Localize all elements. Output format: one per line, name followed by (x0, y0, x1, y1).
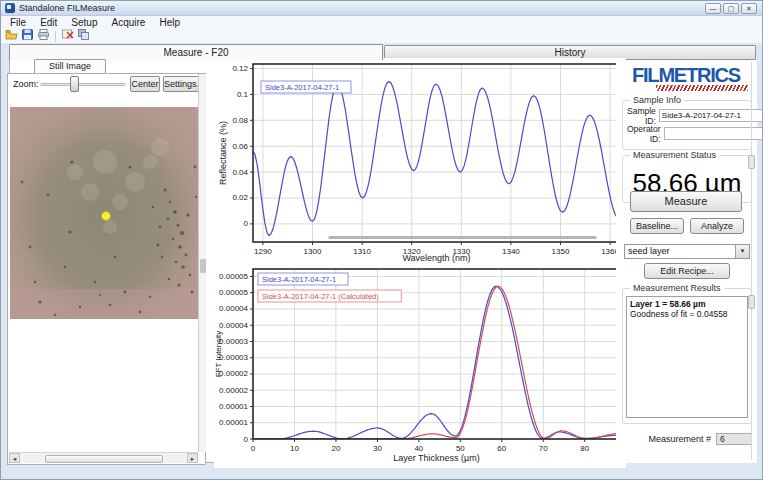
y-tick-label: 0.00004 (219, 321, 248, 330)
close-button[interactable]: ✕ (741, 3, 757, 14)
app-icon (5, 3, 15, 13)
x-tick-label: 1290 (254, 247, 272, 256)
sample-id-label: Sample ID: (627, 106, 659, 126)
menu-bar: FileEditSetupAcquireHelp (1, 16, 762, 29)
menu-item-help[interactable]: Help (152, 16, 187, 29)
splitter-grip-lower[interactable] (748, 295, 755, 309)
y-tick-label: 0.06 (232, 142, 248, 151)
x-tick-label: 1310 (353, 247, 371, 256)
reflectance-spectrum-chart: 1290130013101320133013401350136000.020.0… (214, 58, 626, 268)
measurement-number-row: Measurement # 6 (622, 432, 752, 446)
x-tick-label: 60 (497, 444, 506, 453)
scroll-right-arrow-icon[interactable]: ► (187, 453, 198, 463)
x-axis-label: Wavelength (nm) (402, 253, 470, 263)
y-tick-label: 0.00005 (219, 288, 248, 297)
open-icon[interactable] (5, 27, 18, 45)
fft-thickness-chart: 0102030405060708000.000010.000010.000020… (214, 264, 626, 468)
tab-still-image[interactable]: Still Image (34, 59, 106, 73)
y-tick-label: 0.00003 (219, 337, 248, 346)
zoom-slider-thumb[interactable] (70, 76, 79, 92)
recipe-selected-value: seed layer (625, 245, 735, 258)
scroll-left-arrow-icon[interactable]: ◄ (9, 453, 20, 463)
x-tick-label: 1300 (304, 247, 322, 256)
sample-info-title: Sample Info (630, 95, 684, 105)
x-tick-label: 0 (251, 444, 256, 453)
tab-strip: Measure - F20 History (1, 44, 762, 59)
y-tick-label: 0.12 (232, 64, 248, 73)
measurement-results-title: Measurement Results (630, 283, 724, 293)
still-image-panel: Zoom: Center Settings... ◄ ► (7, 73, 206, 465)
app-window: Standalone FILMeasure — ▢ ✕ FileEditSetu… (0, 0, 763, 480)
analyze-button[interactable]: Analyze (690, 218, 744, 234)
splitter-grip-upper[interactable] (748, 155, 755, 169)
x-tick-label: 50 (456, 444, 465, 453)
sample-id-input[interactable] (659, 109, 763, 122)
y-tick-label: 0 (244, 435, 249, 444)
x-tick-label: 20 (331, 444, 340, 453)
y-axis-label: FFT Intensity (214, 331, 223, 378)
chevron-down-icon[interactable]: ▼ (735, 245, 749, 258)
measurement-results-list[interactable]: Layer 1 = 58.66 µmGoodness of fit = 0.04… (626, 296, 748, 418)
recipe-dropdown[interactable]: seed layer ▼ (624, 244, 750, 259)
vertical-scrollbar-thumb[interactable] (200, 259, 206, 273)
minimize-button[interactable]: — (705, 3, 721, 14)
horizontal-scrollbar[interactable]: ◄ ► (9, 452, 198, 463)
operator-id-label: Operator ID: (627, 124, 664, 144)
legend-label: Side3-A-2017-04-27-1 (262, 275, 336, 284)
sample-info-group: Sample Info Sample ID: Operator ID: (622, 100, 752, 150)
menu-item-acquire[interactable]: Acquire (105, 16, 153, 29)
logo-red-hatch (656, 85, 748, 91)
y-tick-label: 0.04 (232, 168, 248, 177)
y-tick-label: 0.00002 (219, 386, 248, 395)
camera-still-image[interactable] (10, 107, 198, 319)
y-tick-label: 0.00003 (219, 353, 248, 362)
y-tick-label: 0.08 (232, 116, 248, 125)
x-axis-label: Layer Thickness (µm) (393, 453, 480, 463)
legend-label: Side3-A-2017-04-27-1 (265, 83, 339, 92)
measurement-results-group: Measurement Results Layer 1 = 58.66 µmGo… (622, 288, 752, 424)
vertical-scrollbar[interactable] (198, 74, 206, 452)
window-title: Standalone FILMeasure (19, 3, 115, 13)
x-tick-label: 80 (580, 444, 589, 453)
operator-id-input[interactable] (664, 127, 763, 140)
x-tick-label: 1340 (502, 247, 520, 256)
baseline-button[interactable]: Baseline... (630, 218, 684, 234)
y-tick-label: 0.00004 (219, 304, 248, 313)
copy-windows-icon[interactable] (77, 27, 90, 45)
print-icon[interactable] (37, 27, 50, 45)
edit-recipe-button[interactable]: Edit Recipe... (644, 263, 730, 279)
image-remove-icon[interactable] (61, 27, 74, 45)
toolbar (1, 29, 762, 44)
center-button[interactable]: Center (130, 76, 160, 92)
tab-measure-f20[interactable]: Measure - F20 (9, 44, 383, 60)
result-line: Layer 1 = 58.66 µm (630, 299, 744, 309)
filmetrics-logo: FILMETRICS (623, 64, 749, 87)
zoom-label: Zoom: (13, 79, 39, 89)
window-controls: — ▢ ✕ (705, 3, 757, 14)
x-tick-label: 70 (539, 444, 548, 453)
main-panel: Still Image Zoom: Center Settings... ◄ ►… (9, 59, 756, 463)
x-tick-label: 10 (290, 444, 299, 453)
measurement-status-title: Measurement Status (630, 150, 719, 160)
title-bar: Standalone FILMeasure (1, 1, 762, 16)
y-tick-label: 0.00005 (219, 272, 248, 281)
x-tick-label: 40 (414, 444, 423, 453)
measure-button[interactable]: Measure (630, 191, 742, 212)
tab-history[interactable]: History (384, 45, 756, 59)
legend-label: Side3-A-2017-04-27-1 (Calculated) (262, 292, 379, 301)
measurement-number-field[interactable]: 6 (716, 433, 752, 445)
toolbar-separator (55, 31, 56, 42)
maximize-button[interactable]: ▢ (723, 3, 739, 14)
y-tick-label: 0.1 (237, 90, 249, 99)
measurement-number-label: Measurement # (648, 434, 711, 444)
zoom-slider-track[interactable] (40, 83, 126, 86)
save-icon[interactable] (21, 27, 34, 45)
y-tick-label: 0.00001 (219, 402, 248, 411)
y-tick-label: 0.00002 (219, 369, 248, 378)
control-panel: FILMETRICS Sample Info Sample ID: Operat… (616, 60, 757, 463)
x-tick-label: 30 (373, 444, 382, 453)
horizontal-scrollbar-thumb[interactable] (45, 455, 163, 463)
y-tick-label: 0.00001 (219, 418, 248, 427)
measurement-spot-marker (102, 212, 111, 221)
result-line: Goodness of fit = 0.04558 (630, 309, 744, 319)
